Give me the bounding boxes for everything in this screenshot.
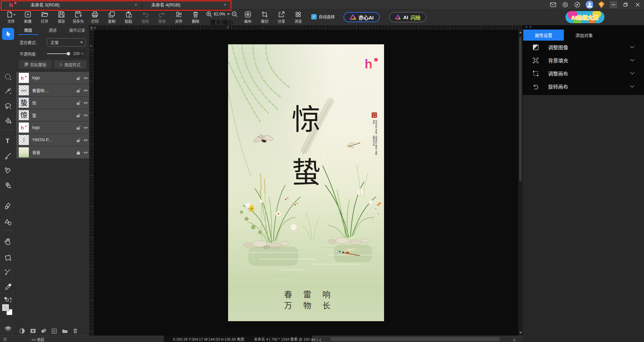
zoom-in-icon[interactable] bbox=[206, 11, 212, 17]
adjust-canvas-item[interactable]: 调整画布 bbox=[523, 67, 644, 80]
perspective-crop-tool[interactable] bbox=[1, 251, 15, 264]
redo-button[interactable]: 重做 bbox=[154, 9, 170, 24]
lock-open-icon[interactable] bbox=[74, 101, 82, 105]
document-tab-2[interactable]: 未命名 4(RGB) × bbox=[142, 0, 231, 9]
new-layer-icon[interactable] bbox=[52, 329, 57, 334]
vip-gem-icon[interactable]: S bbox=[598, 1, 605, 8]
eraser-tool[interactable] bbox=[1, 164, 15, 177]
visibility-eye-icon[interactable] bbox=[82, 89, 89, 92]
share-button[interactable]: 分享 bbox=[273, 9, 290, 24]
lock-open-icon[interactable] bbox=[74, 76, 82, 80]
tab-add-object[interactable]: 添加对象 bbox=[564, 30, 604, 41]
move-select-tool[interactable] bbox=[2, 28, 14, 40]
crop-button[interactable]: 裁切 bbox=[256, 9, 273, 24]
clip-mask-button[interactable]: 剪贴蒙版 bbox=[19, 60, 52, 69]
background-fill-item[interactable]: 背景填充 bbox=[523, 54, 644, 67]
layers-stack-icon[interactable] bbox=[1, 322, 15, 336]
opacity-slider[interactable] bbox=[47, 53, 68, 54]
ai-painting-contest-badge[interactable]: AI绘画大赛 bbox=[566, 11, 604, 23]
layer-row-slogan[interactable]: 春雷响 春雷响 ... bbox=[16, 84, 89, 97]
visibility-eye-icon[interactable] bbox=[82, 101, 89, 105]
open-button[interactable]: 打开 bbox=[36, 9, 53, 24]
layer-row-zhe[interactable]: 惊 蛰 bbox=[16, 109, 89, 121]
scroll-left-arrow[interactable] bbox=[319, 337, 322, 342]
mail-icon[interactable] bbox=[549, 1, 557, 8]
color-swatches[interactable] bbox=[2, 304, 14, 316]
layer-row-yintai[interactable]: YINTAI YINTAI P... bbox=[16, 134, 89, 146]
opacity-value-box[interactable]: 100 % bbox=[71, 50, 86, 58]
document-tab-1[interactable]: 未命名 3(RGB) × bbox=[21, 0, 142, 9]
undo-button[interactable]: 撤销 bbox=[137, 9, 154, 24]
text-tool[interactable]: T bbox=[1, 134, 15, 148]
opacity-slider-thumb[interactable] bbox=[67, 52, 70, 55]
tab-history[interactable]: 操作记录 bbox=[65, 25, 89, 35]
duplicate-layer-icon[interactable] bbox=[41, 329, 46, 334]
lock-open-icon[interactable] bbox=[74, 88, 82, 93]
layer-row-background[interactable]: 背景 bbox=[16, 146, 89, 159]
visibility-eye-icon[interactable] bbox=[82, 126, 89, 130]
paint-bucket-tool[interactable] bbox=[1, 114, 15, 128]
file-menu-button[interactable]: 文件 bbox=[3, 9, 19, 24]
settings-gear-icon[interactable] bbox=[561, 1, 569, 8]
tab-close-icon[interactable]: × bbox=[135, 2, 137, 7]
tab-channels[interactable]: 通道 bbox=[41, 25, 65, 35]
browse-button[interactable]: 浏览 bbox=[290, 9, 307, 24]
scroll-up-arrow[interactable] bbox=[519, 32, 522, 33]
delete-button[interactable]: 删除 bbox=[187, 9, 204, 24]
panel-collapse-control[interactable]: > > bbox=[525, 25, 532, 29]
paste-button[interactable]: 粘贴 bbox=[120, 9, 137, 24]
lock-open-icon[interactable] bbox=[74, 126, 82, 130]
align-button[interactable]: 对齐 bbox=[170, 9, 187, 24]
auto-select-checkbox[interactable]: ✓ 自动选择 bbox=[311, 14, 335, 19]
group-folder-icon[interactable] bbox=[62, 329, 68, 333]
tab-property-settings[interactable]: 属性设置 bbox=[523, 30, 564, 41]
scroll-down-arrow[interactable] bbox=[519, 332, 522, 334]
visibility-eye-icon[interactable] bbox=[82, 151, 89, 154]
horizontal-scrollbar-thumb[interactable] bbox=[330, 337, 500, 341]
new-button[interactable]: 新建 bbox=[19, 9, 36, 24]
restore-button[interactable] bbox=[622, 1, 629, 8]
canvas-button[interactable]: 画布 bbox=[239, 9, 256, 24]
layer-row-jing[interactable]: 蛰 惊 bbox=[16, 97, 89, 109]
tool-column-expander[interactable] bbox=[0, 336, 16, 342]
canvas-area[interactable]: 0 0 英寸 bbox=[89, 25, 523, 336]
save-as-button[interactable]: 另存为 bbox=[70, 9, 87, 24]
adjust-image-item[interactable]: 调整图像 bbox=[523, 41, 644, 54]
close-button[interactable] bbox=[634, 1, 641, 8]
layer-row-logo2[interactable]: h logo bbox=[16, 121, 89, 134]
save-button[interactable]: 保存 bbox=[53, 9, 70, 24]
zoom-value[interactable]: 62.0% bbox=[214, 12, 225, 16]
tab-layers[interactable]: 图层 bbox=[16, 25, 41, 35]
discover-compass-icon[interactable] bbox=[574, 1, 581, 8]
lasso-tool[interactable] bbox=[1, 99, 15, 113]
hand-tool[interactable] bbox=[1, 235, 15, 248]
user-avatar[interactable] bbox=[586, 1, 593, 8]
blend-mode-select[interactable]: 正常 bbox=[47, 38, 86, 47]
lock-open-icon[interactable] bbox=[74, 138, 82, 142]
lock-open-icon[interactable] bbox=[74, 113, 82, 117]
zoom-dropdown-caret[interactable] bbox=[227, 13, 230, 15]
healing-brush-tool[interactable] bbox=[1, 265, 15, 279]
rotate-canvas-item[interactable]: 旋转画布 bbox=[523, 80, 644, 93]
pen-tool[interactable] bbox=[1, 199, 15, 213]
eyedropper-tool[interactable] bbox=[1, 280, 15, 294]
visibility-eye-icon[interactable] bbox=[82, 76, 89, 80]
scroll-right-arrow[interactable] bbox=[513, 337, 516, 342]
shapes-tool[interactable] bbox=[1, 215, 15, 229]
yixin-ai-button[interactable]: 亦心AI bbox=[343, 12, 380, 22]
lock-closed-icon[interactable] bbox=[74, 150, 82, 155]
vertical-scrollbar-thumb[interactable] bbox=[519, 37, 522, 181]
brush-tool[interactable] bbox=[1, 149, 15, 163]
smudge-tool[interactable] bbox=[1, 179, 15, 192]
layer-row-logo[interactable]: h logo bbox=[16, 72, 89, 84]
app-logo[interactable]: h bbox=[8, 1, 19, 8]
adjustment-layer-icon[interactable] bbox=[19, 328, 25, 334]
layer-style-button[interactable]: fx 图层样式 bbox=[54, 60, 87, 69]
delete-layer-icon[interactable] bbox=[73, 329, 77, 333]
foreground-color-swatch[interactable] bbox=[2, 304, 9, 311]
magic-wand-tool[interactable] bbox=[1, 84, 15, 98]
copy-button[interactable]: 复制 bbox=[103, 9, 120, 24]
tab-close-icon[interactable]: × bbox=[224, 2, 226, 7]
marquee-select-tool[interactable] bbox=[1, 70, 15, 84]
swap-colors-icon[interactable] bbox=[1, 295, 15, 304]
